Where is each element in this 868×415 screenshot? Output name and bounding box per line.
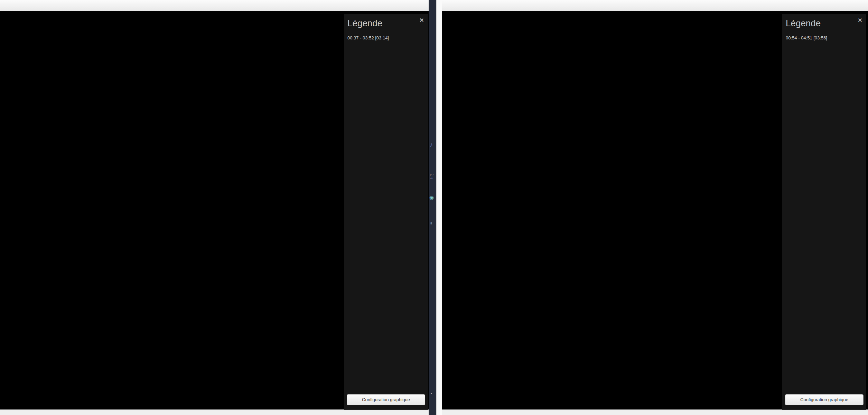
close-icon[interactable]: × [420,17,424,24]
close-icon[interactable]: × [858,17,862,24]
partial-text: g [430,221,432,224]
legend-title: Légende [786,18,863,29]
graph-area[interactable]: × Légende 00:54 - 04:51 [03:56] Configur… [442,11,868,410]
background-window-strip: ♪ p z ub ◉ g ◔ [429,0,436,415]
legend-panel: × Légende 00:37 - 03:52 [03:14] Configur… [344,14,428,410]
toolbar [442,0,868,11]
legend-panel: × Légende 00:54 - 04:51 [03:56] Configur… [782,14,866,410]
graph-config-button[interactable]: Configuration graphique [785,394,864,405]
toolbar [0,0,429,11]
graph-config-button[interactable]: Configuration graphique [347,394,425,405]
legend-time-range: 00:54 - 04:51 [03:56] [786,35,863,40]
blackbox-window-left: × Légende 00:37 - 03:52 [03:14] Configur… [0,0,429,415]
seekbar[interactable] [0,409,429,415]
music-note-icon: ♪ [430,141,433,148]
round-badge-icon: ◔ [429,391,432,397]
blackbox-window-right: × Légende 00:54 - 04:51 [03:56] Configur… [442,0,868,415]
partial-text: p z [430,173,434,176]
seekbar[interactable] [442,409,868,415]
legend-time-range: 00:37 - 03:52 [03:14] [347,35,424,40]
graph-area[interactable]: × Légende 00:37 - 03:52 [03:14] Configur… [0,11,429,410]
round-badge-icon: ◉ [429,194,434,201]
partial-text: ub [430,177,433,180]
window-divider [436,0,442,415]
legend-title: Légende [347,18,424,29]
desktop: × Légende 00:37 - 03:52 [03:14] Configur… [0,0,868,415]
